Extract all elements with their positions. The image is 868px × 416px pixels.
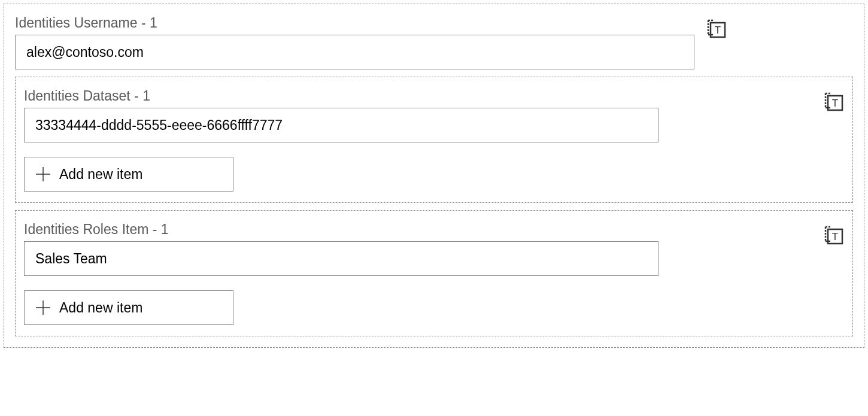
plus-icon [35, 300, 51, 315]
roles-input[interactable] [24, 241, 658, 276]
identities-container: Identities Username - 1 T Identities Dat… [4, 4, 864, 348]
svg-text:T: T [832, 98, 838, 109]
dataset-section: Identities Dataset - 1 Add new item T [15, 77, 853, 203]
dynamic-content-icon: T [706, 19, 727, 39]
username-input[interactable] [15, 35, 694, 69]
add-roles-item-label: Add new item [59, 300, 142, 316]
dynamic-content-icon: T [824, 225, 844, 245]
plus-icon [35, 166, 51, 182]
svg-text:T: T [715, 25, 721, 36]
username-label: Identities Username - 1 [15, 15, 694, 31]
svg-text:T: T [832, 231, 838, 242]
add-roles-item-button[interactable]: Add new item [24, 290, 233, 325]
roles-label: Identities Roles Item - 1 [24, 221, 812, 238]
add-dataset-item-label: Add new item [59, 166, 142, 183]
username-field-group: Identities Username - 1 [15, 15, 694, 69]
add-dataset-item-button[interactable]: Add new item [24, 157, 233, 192]
username-section: Identities Username - 1 T [15, 15, 853, 69]
type-toggle-username[interactable]: T [706, 19, 727, 41]
dataset-field-group: Identities Dataset - 1 Add new item [24, 88, 812, 192]
dynamic-content-icon: T [824, 92, 844, 112]
roles-section: Identities Roles Item - 1 Add new item T [15, 210, 853, 336]
type-toggle-roles[interactable]: T [824, 225, 844, 248]
dataset-label: Identities Dataset - 1 [24, 88, 812, 104]
type-toggle-dataset[interactable]: T [824, 92, 844, 114]
roles-field-group: Identities Roles Item - 1 Add new item [24, 221, 812, 325]
dataset-input[interactable] [24, 108, 658, 142]
